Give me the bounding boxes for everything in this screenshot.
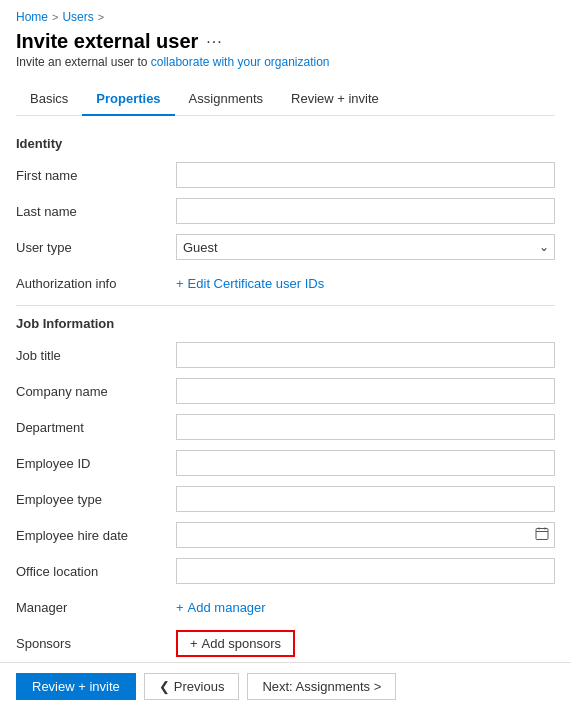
next-button[interactable]: Next: Assignments > bbox=[247, 673, 396, 700]
breadcrumb-sep2: > bbox=[98, 11, 104, 23]
add-manager-button[interactable]: + Add manager bbox=[176, 600, 266, 615]
employee-id-label: Employee ID bbox=[16, 456, 176, 471]
identity-section-title: Identity bbox=[16, 136, 555, 151]
breadcrumb: Home > Users > bbox=[16, 10, 555, 24]
auth-info-label: Authorization info bbox=[16, 276, 176, 291]
tab-properties[interactable]: Properties bbox=[82, 83, 174, 116]
office-location-input[interactable] bbox=[176, 558, 555, 584]
user-type-select[interactable]: Guest Member bbox=[176, 234, 555, 260]
job-title-row: Job title bbox=[16, 341, 555, 369]
last-name-row: Last name bbox=[16, 197, 555, 225]
first-name-row: First name bbox=[16, 161, 555, 189]
subtitle-link[interactable]: collaborate with your organization bbox=[151, 55, 330, 69]
company-name-row: Company name bbox=[16, 377, 555, 405]
previous-button[interactable]: ❮ Previous bbox=[144, 673, 240, 700]
tabs: Basics Properties Assignments Review + i… bbox=[16, 83, 555, 116]
employee-id-input[interactable] bbox=[176, 450, 555, 476]
add-sponsors-text: Add sponsors bbox=[202, 636, 282, 651]
sponsors-label: Sponsors bbox=[16, 636, 176, 651]
user-type-row: User type Guest Member ⌄ bbox=[16, 233, 555, 261]
employee-id-row: Employee ID bbox=[16, 449, 555, 477]
add-manager-plus-icon: + bbox=[176, 600, 184, 615]
breadcrumb-home[interactable]: Home bbox=[16, 10, 48, 24]
office-location-row: Office location bbox=[16, 557, 555, 585]
review-invite-button[interactable]: Review + invite bbox=[16, 673, 136, 700]
page-title: Invite external user bbox=[16, 30, 198, 53]
employee-hire-date-wrapper bbox=[176, 522, 555, 548]
department-label: Department bbox=[16, 420, 176, 435]
job-info-section-title: Job Information bbox=[16, 316, 555, 331]
user-type-select-wrapper: Guest Member ⌄ bbox=[176, 234, 555, 260]
plus-icon: + bbox=[176, 276, 184, 291]
tab-basics[interactable]: Basics bbox=[16, 83, 82, 116]
employee-type-input[interactable] bbox=[176, 486, 555, 512]
sponsors-row: Sponsors + Add sponsors bbox=[16, 629, 555, 657]
employee-hire-date-row: Employee hire date bbox=[16, 521, 555, 549]
department-input[interactable] bbox=[176, 414, 555, 440]
first-name-label: First name bbox=[16, 168, 176, 183]
tab-assignments[interactable]: Assignments bbox=[175, 83, 277, 116]
edit-cert-text: Edit Certificate user IDs bbox=[188, 276, 325, 291]
department-row: Department bbox=[16, 413, 555, 441]
company-name-input[interactable] bbox=[176, 378, 555, 404]
add-sponsors-button[interactable]: + Add sponsors bbox=[176, 630, 295, 657]
page-title-row: Invite external user ··· bbox=[16, 30, 555, 53]
company-name-label: Company name bbox=[16, 384, 176, 399]
employee-hire-date-input[interactable] bbox=[176, 522, 555, 548]
first-name-input[interactable] bbox=[176, 162, 555, 188]
manager-row: Manager + Add manager bbox=[16, 593, 555, 621]
chevron-left-icon: ❮ bbox=[159, 679, 170, 694]
auth-info-row: Authorization info + Edit Certificate us… bbox=[16, 269, 555, 297]
last-name-label: Last name bbox=[16, 204, 176, 219]
breadcrumb-users[interactable]: Users bbox=[62, 10, 93, 24]
employee-hire-date-label: Employee hire date bbox=[16, 528, 176, 543]
user-type-label: User type bbox=[16, 240, 176, 255]
employee-type-label: Employee type bbox=[16, 492, 176, 507]
add-sponsors-plus-icon: + bbox=[190, 636, 198, 651]
job-title-label: Job title bbox=[16, 348, 176, 363]
breadcrumb-sep1: > bbox=[52, 11, 58, 23]
add-manager-text: Add manager bbox=[188, 600, 266, 615]
page-subtitle: Invite an external user to collaborate w… bbox=[16, 55, 555, 69]
next-text: Next: Assignments > bbox=[262, 679, 381, 694]
manager-label: Manager bbox=[16, 600, 176, 615]
previous-text: Previous bbox=[174, 679, 225, 694]
office-location-label: Office location bbox=[16, 564, 176, 579]
scroll-area: Identity First name Last name User type … bbox=[16, 132, 555, 702]
job-title-input[interactable] bbox=[176, 342, 555, 368]
employee-type-row: Employee type bbox=[16, 485, 555, 513]
edit-cert-link[interactable]: + Edit Certificate user IDs bbox=[176, 276, 324, 291]
footer: Review + invite ❮ Previous Next: Assignm… bbox=[0, 662, 571, 710]
tab-review[interactable]: Review + invite bbox=[277, 83, 393, 116]
section-divider bbox=[16, 305, 555, 306]
last-name-input[interactable] bbox=[176, 198, 555, 224]
more-options-icon[interactable]: ··· bbox=[206, 33, 222, 51]
